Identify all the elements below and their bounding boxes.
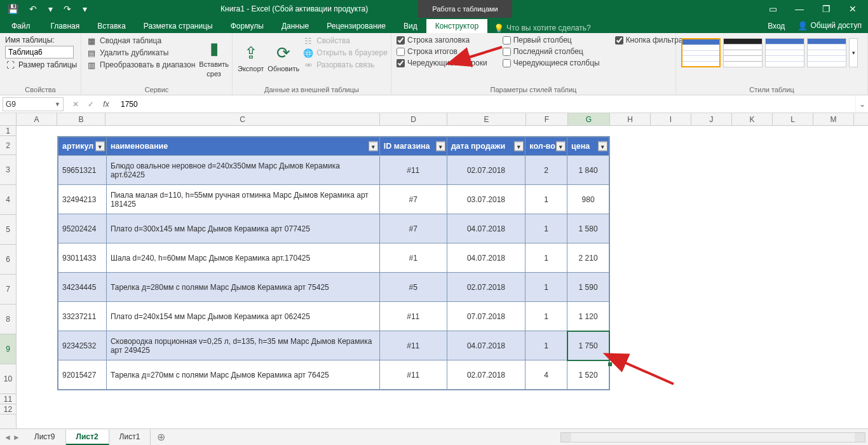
row-header-12[interactable]: 12 [0, 404, 16, 414]
cell[interactable]: #11 [379, 331, 447, 360]
cell[interactable]: 93011433 [58, 243, 107, 273]
cell[interactable]: 1 [526, 302, 567, 331]
col-header-D[interactable]: D [380, 113, 447, 125]
undo-dropdown[interactable]: ▾ [44, 1, 56, 17]
cell[interactable]: #7 [379, 185, 447, 214]
row-header-11[interactable]: 11 [0, 394, 16, 404]
cell[interactable]: 07.07.2018 [447, 302, 526, 331]
cell[interactable]: 33237211 [58, 302, 107, 331]
cell[interactable]: 59651321 [58, 156, 107, 185]
cell[interactable]: #11 [379, 360, 447, 390]
cell[interactable]: 4 [526, 360, 567, 390]
save-button[interactable]: 💾 [4, 1, 22, 17]
redo-button[interactable]: ↷ [58, 1, 76, 17]
cell[interactable]: 92342532 [58, 331, 107, 360]
add-sheet-button[interactable]: ⊕ [151, 431, 172, 443]
table-header[interactable]: наименование▾ [106, 137, 379, 156]
last-col-checkbox[interactable]: Последний столбец [503, 47, 600, 56]
table-header[interactable]: дата продажи▾ [447, 137, 526, 156]
cell[interactable]: 2 [526, 156, 567, 185]
table-header[interactable]: кол-во▾ [526, 137, 567, 156]
tab-design[interactable]: Конструктор [426, 19, 487, 33]
tab-file[interactable]: Файл [0, 19, 42, 33]
sheet-tab[interactable]: Лист9 [24, 430, 66, 445]
cell[interactable]: Тарелка д=270мм с полями Марс Дымов Кера… [106, 360, 379, 390]
row-header-6[interactable]: 6 [0, 245, 16, 275]
cell[interactable]: Пиала малая d=110, h=55мм ручная отминка… [106, 185, 379, 214]
cell[interactable]: 04.07.2018 [447, 243, 526, 273]
tab-data[interactable]: Данные [273, 19, 318, 33]
cell[interactable]: 1 590 [567, 273, 609, 302]
selection-handle[interactable] [608, 362, 612, 366]
tell-me-search[interactable]: 💡 Что вы хотите сделать? [487, 23, 597, 33]
select-all-corner[interactable] [0, 113, 17, 125]
undo-button[interactable]: ↶ [24, 1, 42, 17]
col-header-M[interactable]: M [813, 113, 854, 125]
table-header[interactable]: цена▾ [567, 137, 609, 156]
remove-duplicates-button[interactable]: ▤Удалить дубликаты [86, 48, 195, 58]
cell[interactable]: Шала d=240, h=60мм Марс Дымов Керамика а… [106, 243, 379, 273]
total-row-checkbox[interactable]: Строка итогов [397, 47, 487, 56]
table-header[interactable]: артикул▾ [58, 137, 107, 156]
tab-formulas[interactable]: Формулы [222, 19, 273, 33]
pivot-button[interactable]: ▦Сводная таблица [86, 36, 195, 46]
cell[interactable]: 1 [526, 214, 567, 243]
minimize-button[interactable]: — [787, 1, 812, 17]
filter-dropdown-icon[interactable]: ▾ [556, 142, 566, 151]
table-name-input[interactable] [5, 46, 74, 58]
tab-layout[interactable]: Разметка страницы [135, 19, 222, 33]
col-header-J[interactable]: J [691, 113, 732, 125]
cell[interactable]: 1 [526, 243, 567, 273]
cell[interactable]: 02.07.2018 [447, 360, 526, 390]
col-header-H[interactable]: H [610, 113, 651, 125]
cancel-formula-button[interactable]: ✕ [69, 100, 83, 109]
horizontal-scrollbar[interactable] [560, 432, 865, 442]
worksheet[interactable]: ABCDEFGHIJKLM 123456789101112 артикул▾на… [0, 113, 868, 428]
col-header-A[interactable]: A [17, 113, 57, 125]
style-thumb[interactable] [807, 38, 846, 67]
filter-dropdown-icon[interactable]: ▾ [598, 142, 607, 151]
filter-dropdown-icon[interactable]: ▾ [95, 142, 105, 151]
cell[interactable]: #7 [379, 214, 447, 243]
cell[interactable]: 92015427 [58, 360, 107, 390]
cell[interactable]: 34234445 [58, 273, 107, 302]
cell[interactable]: 1 [526, 273, 567, 302]
filter-dropdown-icon[interactable]: ▾ [369, 142, 378, 151]
qat-customize[interactable]: ▾ [79, 1, 90, 17]
styles-more-button[interactable]: ▾ [849, 38, 858, 67]
enter-formula-button[interactable]: ✓ [84, 100, 98, 109]
refresh-button[interactable]: ⟳Обновить [268, 36, 299, 80]
selected-cell[interactable]: 1 750 [567, 331, 609, 360]
first-col-checkbox[interactable]: Первый столбец [503, 36, 600, 44]
ribbon-display-options[interactable]: ▭ [760, 1, 785, 17]
cell[interactable]: 1 [526, 331, 567, 360]
cell[interactable]: 1 [526, 185, 567, 214]
col-header-C[interactable]: C [105, 113, 380, 125]
table-header[interactable]: ID магазина▾ [379, 137, 447, 156]
cell[interactable]: Блюдо овальное неровное d=240х350мм Марс… [106, 156, 379, 185]
row-header-10[interactable]: 10 [0, 364, 16, 394]
insert-slicer-button[interactable]: ▮ Вставить срез [199, 36, 229, 80]
cell[interactable]: 1 840 [567, 156, 609, 185]
cell[interactable]: #11 [379, 302, 447, 331]
resize-table-button[interactable]: ⛶ Размер таблицы [5, 60, 77, 70]
cell[interactable]: Плато d=300х145 мм Марс Дымов Керамика а… [106, 214, 379, 243]
cell[interactable]: #11 [379, 156, 447, 185]
tab-home[interactable]: Главная [42, 19, 89, 33]
cell[interactable]: 03.07.2018 [447, 185, 526, 214]
row-header-3[interactable]: 3 [0, 155, 16, 185]
export-button[interactable]: ⇪Экспорт [238, 36, 264, 80]
row-header-4[interactable]: 4 [0, 185, 16, 215]
cell[interactable]: 2 210 [567, 243, 609, 273]
cells-area[interactable]: артикул▾наименование▾ID магазина▾дата пр… [17, 126, 868, 428]
col-header-L[interactable]: L [773, 113, 813, 125]
tab-view[interactable]: Вид [395, 19, 426, 33]
name-box[interactable]: G9 ▼ [3, 97, 64, 111]
header-row-checkbox[interactable]: Строка заголовка [397, 36, 487, 44]
col-header-I[interactable]: I [651, 113, 691, 125]
sheet-tab[interactable]: Лист2 [66, 430, 109, 445]
restore-button[interactable]: ❐ [813, 1, 839, 17]
cell[interactable]: 04.07.2018 [447, 214, 526, 243]
cell[interactable]: 1 520 [567, 360, 609, 390]
banded-cols-checkbox[interactable]: Чередующиеся столбцы [503, 58, 600, 67]
